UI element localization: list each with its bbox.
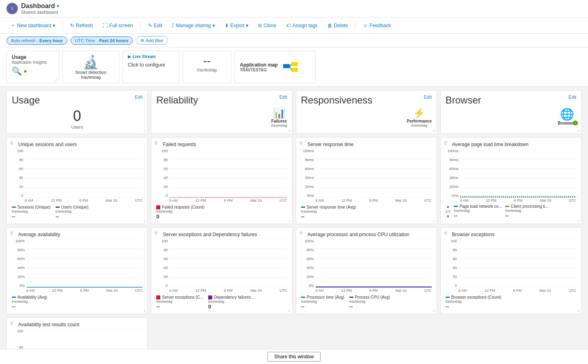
app-insights-icon: 🔍 [12,66,22,76]
page-load-legend: ▲ 1/2 ▼ Page load network co... travtest… [446,204,576,219]
avg-availability-title: Average availability [18,232,142,237]
nav-down-icon[interactable]: ▼ [446,214,450,219]
avg-availability-chart: ▽ Average availability 100% 80% 60% 40% … [6,227,148,314]
filter-icon-2: ▽ [155,141,158,145]
delete-button[interactable]: 🗑 Delete [323,21,352,30]
header: t Dashboard ▾ Shared dashboard [0,0,588,17]
availability-test-chart-area: 100 80 [12,329,142,349]
page-load-chart-area: 100ms 80ms 60ms 40ms 20ms 0ms [446,149,576,198]
browsers-icon: 🌐 [560,108,574,121]
share-window-button[interactable]: Share this window [267,352,321,360]
server-response-legend: Server response time (Avg) travtestag -- [301,205,432,220]
resize-handle: ↙ [288,218,291,223]
resize-handle: ↙ [433,128,436,133]
section-headers-row: Usage Edit 0 Users ↙ Reliability Edit 📊 … [6,90,582,134]
failed-requests-chart-area: 100 80 60 40 20 0 [156,149,287,198]
failed-requests-title: Failed requests [163,142,287,147]
app-insights-widget[interactable]: Usage Application Insights 🔍 ● ↙ [6,51,59,83]
edit-icon: ✎ [148,23,152,28]
responsiveness-edit-btn[interactable]: Edit [424,95,432,99]
app-map-subtitle: TRAVTESTAG [240,68,278,72]
add-filter-button[interactable]: ⊕ Add filter [136,36,168,45]
live-icon: ▶ [128,54,131,59]
resize-handle: ↙ [577,308,580,313]
fullscreen-button[interactable]: ⛶ Full screen [99,21,137,30]
time-label: UTC Time : [75,38,98,43]
server-exceptions-legend: Server exceptions (C... travtestag -- De… [156,295,287,310]
avg-cpu-chart: ▽ Average processor and process CPU util… [296,227,437,314]
server-exceptions-title: Server exceptions and Dependency failure… [163,232,287,237]
usage-edit-btn[interactable]: Edit [135,95,142,99]
chevron-down-icon: ▾ [53,23,55,28]
unique-sessions-chart-area: 100 80 60 40 20 0 [12,149,142,198]
refresh-button[interactable]: ↻ Refresh [66,21,97,30]
svg-rect-1 [291,62,298,66]
auto-refresh-filter[interactable]: Auto refresh : Every hour [6,37,67,45]
unique-sessions-legend: Sessions (Unique) travtestag -- Users (U… [12,205,142,220]
filter-bar: Auto refresh : Every hour UTC Time : Pas… [0,34,588,47]
fullscreen-icon: ⛶ [103,23,108,28]
resize-handle: ↙ [143,308,146,313]
clone-button[interactable]: ⧉ Clone [254,21,280,30]
browser-edit-btn[interactable]: Edit [569,95,576,99]
server-response-chart-area: 100ms 80ms 60ms 40ms 20ms 0ms [301,149,432,198]
resize-handle: ↙ [55,78,58,82]
empty-space [151,317,582,354]
export-icon: ⬇ [225,23,229,28]
auto-refresh-value: Every hour [39,38,62,43]
manage-sharing-button[interactable]: ⤴ Manage sharing ▾ [168,21,219,30]
chevron-down-icon-2: ▾ [213,23,215,28]
nav-up-icon[interactable]: ▲ [446,204,450,209]
header-dropdown-icon[interactable]: ▾ [57,3,59,9]
app-insights-subtitle: Application Insights [12,60,54,65]
server-exceptions-chart: ▽ Server exceptions and Dependency failu… [151,227,292,314]
metric-label: travtestag [188,67,226,72]
export-button[interactable]: ⬇ Export ▾ [221,21,253,30]
charts-row-3: ▽ Availability test results count 100 80 [6,317,582,354]
app-insights-title: Usage [12,54,54,60]
app-map-widget[interactable]: Application map TRAVTESTAG [235,51,316,83]
browser-exceptions-chart-area: 100 80 60 40 20 0 [446,239,576,288]
avg-availability-chart-area: 100% 80% 60% 40% 20% 0% [12,239,142,288]
reliability-edit-btn[interactable]: Edit [280,95,287,99]
live-stream-label: Click to configure [128,62,174,68]
tag-icon: 🏷 [286,23,291,28]
reliability-section-header: Reliability Edit 📊 Failures travtestag ↙ [151,90,292,134]
browser-exceptions-legend: Browser exceptions (Count) travtestag -- [446,295,576,310]
filter-icon-5: ▽ [10,231,13,235]
resize-handle: ↙ [143,128,146,133]
filter-icon-8: ▽ [444,231,447,235]
app-map-title: Application map [240,62,278,68]
unique-sessions-chart: ▽ Unique sessions and users 100 80 60 40… [6,137,148,224]
new-dashboard-button[interactable]: ＋ New dashboard ▾ [6,20,59,31]
browsers-check-icon: ✓ [573,121,578,125]
clone-icon: ⧉ [258,23,262,28]
svg-rect-2 [291,68,298,72]
assign-tags-button[interactable]: 🏷 Assign tags [282,21,322,30]
refresh-icon: ↻ [70,23,74,28]
header-title: Dashboard [21,2,55,10]
smart-detection-label: Smart detectiontravtestag [75,70,106,80]
header-subtitle: Shared dashboard [21,10,59,15]
toolbar: ＋ New dashboard ▾ ↻ Refresh ⛶ Full scree… [0,17,588,34]
page-load-chart: ▽ Average page load time breakdown 100ms… [440,137,582,224]
time-filter[interactable]: UTC Time : Past 24 hours [71,37,133,45]
avatar: t [6,3,18,14]
failures-icon: 📊 [273,108,285,118]
metric-widget[interactable]: -- travtestag [183,51,231,83]
availability-test-title: Availability test results count [18,322,142,327]
resize-handle: ↙ [433,218,436,223]
usage-users-count: 0 [12,108,142,125]
edit-button[interactable]: ✎ Edit [144,21,166,30]
smart-detection-widget[interactable]: 🔬 Smart detectiontravtestag [62,51,119,83]
failures-subtitle: travtestag [271,123,287,127]
smart-detection-icon: 🔬 [83,54,99,70]
failed-requests-chart: ▽ Failed requests 100 80 60 40 20 0 [151,137,292,224]
charts-row-2: ▽ Average availability 100% 80% 60% 40% … [6,227,582,314]
resize-handle: ↙ [288,128,291,133]
live-stream-widget[interactable]: ▶ Live Stream Click to configure [123,51,179,83]
resize-handle: ↙ [288,308,291,313]
feedback-button[interactable]: ☺ Feedback [359,21,395,30]
live-stream-badge: ▶ Live Stream [128,54,174,59]
svg-line-3 [290,64,291,66]
